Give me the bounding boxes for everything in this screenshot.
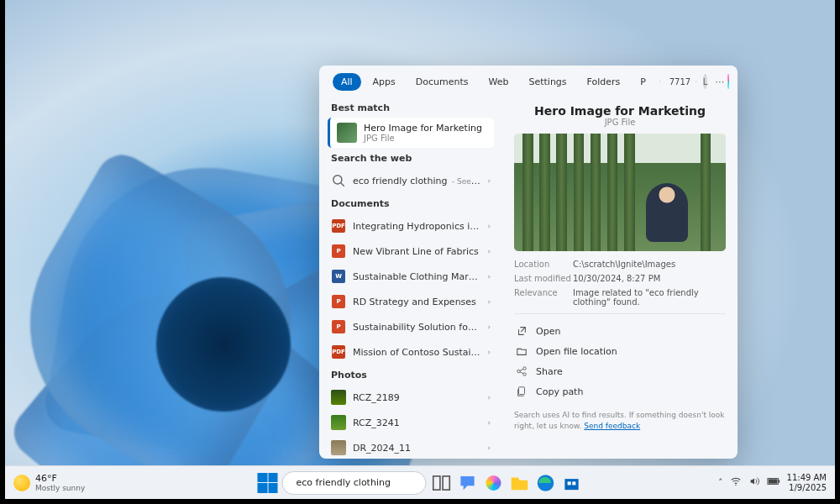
photo-title: RCZ_2189 [353,392,480,403]
web-search-text: eco friendly clothing - See more search … [353,176,480,186]
copilot-icon[interactable] [727,74,729,89]
weather-widget[interactable]: 46°F Mostly sunny [13,473,85,492]
search-panel: AllAppsDocumentsWebSettingsFoldersP 7717… [319,66,738,459]
section-best-match: Best match [331,102,494,113]
svg-rect-11 [564,479,578,490]
action-share[interactable]: Share [514,361,726,381]
date: 1/9/2025 [787,483,827,493]
document-title: New Vibrant Line of Fabrics [353,246,480,257]
rewards-icon[interactable] [696,73,697,90]
result-title: Hero Image for Marketing [364,123,482,134]
play-icon[interactable] [659,73,661,90]
meta-row: Last modified10/30/2024, 8:27 PM [514,274,726,283]
tab-folders[interactable]: Folders [579,73,629,91]
system-tray[interactable]: ˄ 11:49 AM 1/9/2025 [718,473,827,493]
ppt-icon: P [331,319,346,334]
svg-point-4 [517,370,521,373]
svg-rect-13 [572,481,575,485]
meta-row: LocationC:\scratch\Ignite\Images [514,260,726,269]
results-list: Best match Hero Image for Marketing JPG … [319,97,502,459]
weather-icon [13,475,30,491]
svg-point-3 [523,367,527,370]
section-search-web: Search the web [331,153,494,164]
tab-all[interactable]: All [333,73,361,91]
meta-key: Location [514,260,573,269]
pdf-icon: PDF [331,218,346,234]
tab-web[interactable]: Web [480,73,517,91]
web-search-row[interactable]: eco friendly clothing - See more search … [328,168,494,193]
file-explorer-icon[interactable] [509,472,531,494]
action-icon [516,345,528,357]
action-open[interactable]: Open [514,321,726,341]
search-input[interactable] [297,477,418,488]
weather-condition: Mostly sunny [35,484,85,492]
document-row[interactable]: PRD Strategy and Expenses› [328,289,494,314]
action-copy-path[interactable]: Copy path [514,381,726,402]
action-label: Share [536,366,563,377]
photo-row[interactable]: DR_2024_11› [328,435,494,459]
preview-image [514,134,726,251]
chevron-right-icon: › [487,247,491,255]
action-label: Open file location [536,346,617,357]
photo-row[interactable]: RCZ_3241› [328,410,494,435]
meta-value: 10/30/2024, 8:27 PM [573,274,726,283]
send-feedback-link[interactable]: Send feedback [584,422,640,430]
document-row[interactable]: PSustainability Solution for Future ...› [328,314,494,339]
document-row[interactable]: WSustainable Clothing Marketing ...› [328,264,494,289]
best-match-result[interactable]: Hero Image for Marketing JPG File [328,118,494,148]
ppt-icon: P [331,244,346,259]
battery-icon[interactable] [767,477,780,488]
volume-icon[interactable] [748,475,760,490]
tab-p[interactable]: P [632,73,654,91]
chevron-up-icon[interactable]: ˄ [718,477,723,488]
photo-row[interactable]: RCZ_2189› [328,385,494,410]
desktop: AllAppsDocumentsWebSettingsFoldersP 7717… [5,0,835,499]
svg-point-14 [735,485,736,486]
document-row[interactable]: PNew Vibrant Line of Fabrics› [328,239,494,264]
document-row[interactable]: PDFMission of Contoso Sustainable F...› [328,339,494,365]
action-icon [516,325,528,337]
time: 11:49 AM [787,473,827,483]
task-view-icon[interactable] [431,472,453,494]
taskbar-search[interactable] [282,471,427,495]
svg-rect-8 [433,475,440,489]
ai-disclaimer: Search uses AI to find results. If somet… [514,410,726,431]
svg-point-5 [523,373,527,376]
clock[interactable]: 11:49 AM 1/9/2025 [787,473,827,493]
tab-apps[interactable]: Apps [365,73,404,91]
section-photos: Photos [331,370,494,381]
store-icon[interactable] [561,472,583,494]
svg-rect-16 [768,479,777,483]
rewards-points[interactable]: 7717 [669,77,690,87]
back-button[interactable] [328,72,329,91]
chevron-right-icon: › [487,393,491,402]
photo-thumbnail [331,440,346,455]
edge-icon[interactable] [535,472,557,494]
chat-icon[interactable] [457,472,479,494]
action-open-file-location[interactable]: Open file location [514,341,726,361]
chevron-right-icon: › [487,323,491,331]
action-icon [516,386,528,397]
document-title: Integrating Hydroponics in Manu... [353,221,480,232]
chevron-right-icon: › [487,272,491,281]
copilot-taskbar-icon[interactable] [483,472,505,494]
start-button[interactable] [258,473,278,493]
divider [514,313,726,314]
ppt-icon: P [331,294,346,309]
document-row[interactable]: PDFIntegrating Hydroponics in Manu...› [328,213,494,239]
tab-documents[interactable]: Documents [407,73,477,91]
chevron-right-icon: › [487,348,491,356]
wifi-icon[interactable] [730,475,742,490]
taskbar: 46°F Mostly sunny ˄ 11:49 AM 1/9/2 [5,465,835,499]
svg-rect-9 [443,475,449,489]
photo-title: RCZ_3241 [353,417,480,428]
meta-value: C:\scratch\Ignite\Images [573,260,726,269]
more-icon[interactable]: ⋯ [715,73,724,90]
preview-subtitle: JPG File [514,118,726,127]
user-avatar[interactable]: L [703,74,708,89]
svg-rect-12 [568,481,571,485]
tab-settings[interactable]: Settings [520,73,575,91]
preview-title: Hero Image for Marketing [514,104,726,118]
meta-row: RelevanceImage related to "eco friendly … [514,288,726,307]
chevron-right-icon: › [487,222,491,230]
